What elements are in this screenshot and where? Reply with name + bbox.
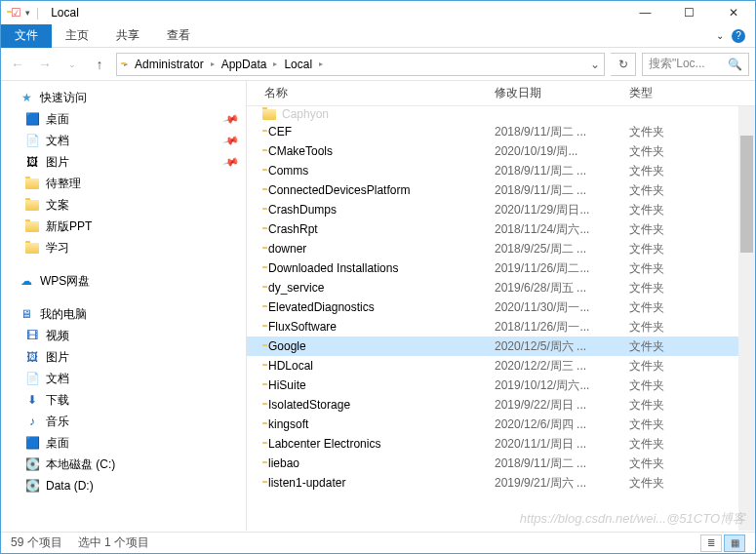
breadcrumb[interactable]: Local: [280, 58, 316, 71]
ribbon-tab-share[interactable]: 共享: [102, 23, 153, 48]
sidebar-item[interactable]: 待整理: [1, 173, 246, 194]
view-large-button[interactable]: ▦: [724, 534, 745, 552]
file-row[interactable]: Comms2018/9/11/周二 ...文件夹: [247, 161, 755, 180]
sidebar-item-label: 图片: [46, 349, 69, 366]
search-input[interactable]: 搜索"Loc... 🔍: [642, 53, 749, 76]
sidebar-item[interactable]: 💽Data (D:): [1, 475, 246, 496]
chevron-right-icon[interactable]: ▸: [121, 59, 131, 68]
scroll-thumb[interactable]: [740, 136, 753, 253]
address-bar[interactable]: ▸ Administrator ▸ AppData ▸ Local ▸ ⌄: [116, 53, 605, 76]
file-row[interactable]: downer2018/9/25/周二 ...文件夹: [247, 239, 755, 258]
sidebar-item[interactable]: 文案: [1, 194, 246, 216]
up-button[interactable]: ↑: [89, 54, 110, 75]
file-row[interactable]: Labcenter Electronics2020/11/1/周日 ...文件夹: [247, 434, 755, 454]
qat-checkbox-icon[interactable]: ☑: [11, 6, 21, 20]
file-row[interactable]: HDLocal2020/12/2/周三 ...文件夹: [247, 356, 755, 376]
sidebar-item[interactable]: 学习: [1, 237, 246, 258]
sidebar-item[interactable]: ♪音乐: [1, 411, 246, 432]
sidebar-item[interactable]: 🖼图片: [1, 346, 246, 368]
history-dropdown-icon[interactable]: ⌄: [590, 58, 600, 71]
ribbon-file-tab[interactable]: 文件: [1, 24, 52, 48]
file-name: downer: [268, 242, 495, 256]
file-row[interactable]: ElevatedDiagnostics2020/11/30/周一...文件夹: [247, 297, 755, 317]
maximize-button[interactable]: ☐: [667, 1, 711, 24]
file-row[interactable]: FluxSoftware2018/11/26/周一...文件夹: [247, 317, 755, 336]
qat-overflow-icon[interactable]: ▾: [25, 8, 30, 18]
file-row[interactable]: ConnectedDevicesPlatform2018/9/11/周二 ...…: [247, 180, 755, 200]
desktop-icon: 🟦: [24, 435, 40, 451]
breadcrumb[interactable]: Administrator: [131, 58, 208, 71]
chevron-right-icon[interactable]: ▸: [316, 59, 326, 68]
file-list[interactable]: 名称 修改日期 类型 Caphyon CEF2018/9/11/周二 ...文件…: [247, 81, 755, 531]
sidebar-item-label: 快速访问: [40, 90, 87, 106]
sidebar-item-label: 学习: [46, 240, 69, 257]
file-row[interactable]: CEF2018/9/11/周二 ...文件夹: [247, 122, 755, 141]
doc-icon: 📄: [24, 133, 40, 148]
sidebar-item-label: 本地磁盘 (C:): [46, 456, 115, 473]
file-type: 文件夹: [629, 358, 755, 375]
chevron-right-icon[interactable]: ▸: [208, 59, 218, 68]
sidebar-item[interactable]: 🟦桌面: [1, 432, 246, 454]
scrollbar[interactable]: [738, 106, 755, 531]
sidebar-item[interactable]: 新版PPT: [1, 216, 246, 237]
breadcrumb[interactable]: AppData: [218, 58, 271, 71]
sidebar-item[interactable]: 🟦桌面📌: [1, 108, 246, 130]
file-row[interactable]: liebao2018/9/11/周二 ...文件夹: [247, 454, 755, 473]
close-button[interactable]: ✕: [711, 1, 755, 24]
pic-icon: 🖼: [24, 349, 40, 365]
sidebar-item[interactable]: 📄文档: [1, 368, 246, 389]
sidebar-item[interactable]: ⬇下载: [1, 389, 246, 411]
ribbon-collapse-icon[interactable]: ⌄: [716, 30, 724, 41]
chevron-right-icon[interactable]: ▸: [270, 59, 280, 68]
file-row[interactable]: CrashRpt2018/11/24/周六...文件夹: [247, 219, 755, 239]
file-name: liebao: [268, 456, 495, 470]
file-type: 文件夹: [629, 338, 755, 355]
sidebar-item[interactable]: 🎞视频: [1, 325, 246, 346]
watermark: https://blog.csdn.net/wei...@51CTO博客: [520, 510, 745, 528]
ribbon-tab-view[interactable]: 查看: [153, 23, 204, 48]
sidebar-item[interactable]: 💽本地磁盘 (C:): [1, 454, 246, 475]
column-header-type[interactable]: 类型: [629, 85, 755, 101]
file-row[interactable]: kingsoft2020/12/6/周四 ...文件夹: [247, 415, 755, 434]
file-date: 2020/11/29/周日...: [495, 202, 629, 218]
file-type: 文件夹: [629, 182, 755, 199]
view-details-button[interactable]: ≣: [700, 534, 722, 552]
file-row[interactable]: CMakeTools2020/10/19/周...文件夹: [247, 141, 755, 161]
sidebar-quick-access[interactable]: ★ 快速访问: [1, 87, 246, 108]
file-date: 2020/11/30/周一...: [495, 299, 629, 316]
file-row[interactable]: Google2020/12/5/周六 ...文件夹: [247, 336, 755, 356]
navigation-pane[interactable]: ★ 快速访问 🟦桌面📌📄文档📌🖼图片📌待整理文案新版PPT学习 ☁ WPS网盘 …: [1, 81, 247, 531]
file-name: IsolatedStorage: [268, 398, 495, 412]
file-name: Labcenter Electronics: [268, 437, 495, 451]
file-date: 2020/12/2/周三 ...: [495, 358, 629, 375]
sidebar-item-label: 新版PPT: [46, 218, 92, 235]
file-type: 文件夹: [629, 260, 755, 277]
file-row[interactable]: Downloaded Installations2019/11/26/周二...…: [247, 258, 755, 278]
column-header-date[interactable]: 修改日期: [495, 85, 629, 101]
file-row[interactable]: IsolatedStorage2019/9/22/周日 ...文件夹: [247, 395, 755, 415]
file-row-truncated[interactable]: Caphyon: [247, 106, 755, 122]
file-row[interactable]: HiSuite2019/10/12/周六...文件夹: [247, 376, 755, 395]
file-row[interactable]: dy_service2019/6/28/周五 ...文件夹: [247, 278, 755, 297]
recent-dropdown[interactable]: ⌄: [61, 54, 83, 75]
refresh-button[interactable]: ↻: [611, 53, 636, 76]
file-name: Comms: [268, 164, 495, 178]
sidebar-wps[interactable]: ☁ WPS网盘: [1, 270, 246, 292]
disk-icon: 💽: [24, 456, 40, 472]
sidebar-this-pc[interactable]: 🖥 我的电脑: [1, 303, 246, 325]
file-row[interactable]: listen1-updater2019/9/21/周六 ...文件夹: [247, 473, 755, 493]
back-button[interactable]: ←: [7, 54, 28, 75]
help-icon[interactable]: ?: [732, 29, 745, 43]
ribbon-tab-home[interactable]: 主页: [52, 23, 102, 48]
search-placeholder: 搜索"Loc...: [649, 56, 728, 72]
search-icon: 🔍: [728, 58, 742, 71]
forward-button[interactable]: →: [34, 54, 56, 75]
file-date: 2019/9/21/周六 ...: [495, 475, 629, 492]
file-row[interactable]: CrashDumps2020/11/29/周日...文件夹: [247, 200, 755, 219]
pin-icon: 📌: [222, 132, 241, 149]
sidebar-item[interactable]: 📄文档📌: [1, 130, 246, 151]
file-date: 2019/6/28/周五 ...: [495, 280, 629, 297]
sidebar-item[interactable]: 🖼图片📌: [1, 151, 246, 173]
minimize-button[interactable]: —: [623, 1, 667, 24]
column-header-name[interactable]: 名称: [247, 85, 495, 101]
